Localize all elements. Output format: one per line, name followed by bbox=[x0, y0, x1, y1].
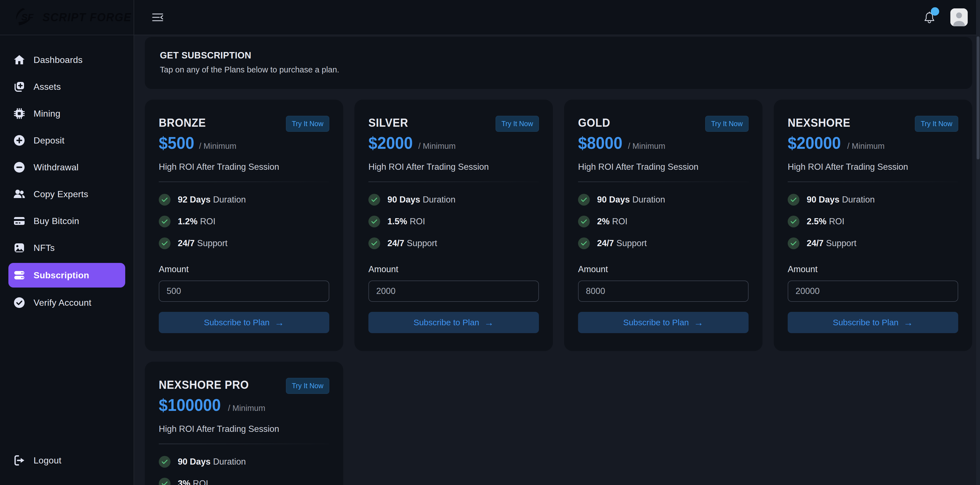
collapse-sidebar-button[interactable] bbox=[152, 13, 164, 22]
sidebar-item-copy-experts[interactable]: Copy Experts bbox=[0, 181, 134, 207]
plan-feature: 24/7Support bbox=[368, 238, 539, 249]
sidebar-item-verify-account[interactable]: Verify Account bbox=[0, 289, 134, 316]
plan-feature: 24/7Support bbox=[578, 238, 749, 249]
sidebar-item-nfts[interactable]: NFTs bbox=[0, 235, 134, 261]
plan-tagline: High ROI After Trading Session bbox=[578, 162, 749, 172]
plan-feature: 92 DaysDuration bbox=[159, 194, 329, 206]
amount-section: Amount Subscribe to Plan → bbox=[368, 249, 539, 333]
check-icon bbox=[159, 215, 170, 227]
plan-price-row: $2000 / Minimum bbox=[368, 134, 539, 152]
page-subtitle: Tap on any of the Plans below to purchas… bbox=[160, 65, 957, 74]
check-icon bbox=[788, 238, 799, 249]
sidebar-item-label: Buy Bitcoin bbox=[33, 216, 79, 226]
check-icon bbox=[788, 215, 799, 227]
try-it-now-button[interactable]: Try It Now bbox=[286, 116, 329, 132]
try-it-now-button[interactable]: Try It Now bbox=[286, 378, 329, 394]
subscribe-button[interactable]: Subscribe to Plan → bbox=[368, 312, 539, 333]
subscribe-button-label: Subscribe to Plan bbox=[414, 318, 479, 327]
amount-section: Amount Subscribe to Plan → bbox=[788, 249, 958, 333]
subscription-intro-panel: GET SUBSCRIPTION Tap on any of the Plans… bbox=[145, 37, 972, 89]
subscribe-button[interactable]: Subscribe to Plan → bbox=[159, 312, 329, 333]
scrollbar-thumb[interactable] bbox=[977, 37, 980, 160]
try-it-now-button[interactable]: Try It Now bbox=[705, 116, 749, 132]
amount-input[interactable] bbox=[788, 281, 958, 302]
brand-logo-icon: SF bbox=[14, 7, 38, 28]
sidebar-item-label: Assets bbox=[33, 82, 61, 92]
sidebar-item-deposit[interactable]: Deposit bbox=[0, 127, 134, 154]
amount-input[interactable] bbox=[159, 281, 329, 302]
plans-grid: BRONZE Try It Now $500 / Minimum High RO… bbox=[145, 100, 972, 485]
plan-tagline: High ROI After Trading Session bbox=[788, 162, 958, 172]
plan-header: SILVER Try It Now bbox=[368, 116, 539, 132]
feature-text: 90 DaysDuration bbox=[387, 195, 455, 205]
subscribe-button-label: Subscribe to Plan bbox=[833, 318, 898, 327]
users-icon bbox=[13, 188, 26, 201]
sidebar-item-label: Withdrawal bbox=[33, 162, 78, 172]
feature-text: 3%ROI bbox=[178, 479, 208, 485]
sidebar-nav: Dashboards Assets bbox=[0, 35, 134, 485]
main-area: GET SUBSCRIPTION Tap on any of the Plans… bbox=[134, 0, 980, 485]
subscribe-button[interactable]: Subscribe to Plan → bbox=[578, 312, 749, 333]
feature-text: 1.2%ROI bbox=[178, 217, 215, 227]
notifications-button[interactable] bbox=[923, 11, 936, 24]
user-avatar[interactable] bbox=[950, 8, 968, 26]
check-icon bbox=[578, 215, 590, 227]
chip-icon bbox=[13, 107, 26, 120]
minus-circle-icon bbox=[13, 161, 26, 174]
sidebar-item-mining[interactable]: Mining bbox=[0, 100, 134, 127]
sidebar-item-assets[interactable]: Assets bbox=[0, 73, 134, 100]
sidebar-item-label: Verify Account bbox=[33, 298, 91, 308]
sidebar-item-label: Mining bbox=[33, 108, 60, 119]
plan-name: GOLD bbox=[578, 116, 610, 129]
sidebar-item-logout[interactable]: Logout bbox=[0, 447, 134, 474]
amount-label: Amount bbox=[578, 264, 749, 274]
feature-text: 1.5%ROI bbox=[387, 217, 425, 227]
amount-section: Amount Subscribe to Plan → bbox=[159, 249, 329, 333]
arrow-right-icon: → bbox=[275, 318, 284, 327]
scrollbar-track bbox=[976, 0, 980, 485]
divider bbox=[578, 182, 749, 182]
amount-input[interactable] bbox=[578, 281, 749, 302]
plan-features: 90 DaysDuration 3%ROI bbox=[159, 456, 329, 485]
plan-price-suffix: / Minimum bbox=[418, 142, 456, 151]
plan-card: NEXSHORE PRO Try It Now $100000 / Minimu… bbox=[145, 362, 343, 485]
plan-name: SILVER bbox=[368, 116, 408, 129]
plan-feature: 24/7Support bbox=[159, 238, 329, 249]
arrow-right-icon: → bbox=[484, 318, 494, 327]
brand-logo[interactable]: SF SCRIPT FORGE bbox=[0, 0, 134, 35]
sidebar-item-subscription[interactable]: Subscription bbox=[8, 263, 125, 287]
plan-feature: 3%ROI bbox=[159, 478, 329, 485]
sidebar-item-dashboards[interactable]: Dashboards bbox=[0, 46, 134, 73]
sidebar-item-withdrawal[interactable]: Withdrawal bbox=[0, 154, 134, 181]
check-circle-icon bbox=[13, 296, 26, 309]
plan-header: BRONZE Try It Now bbox=[159, 116, 329, 132]
amount-section: Amount Subscribe to Plan → bbox=[578, 249, 749, 333]
sidebar-item-label: Dashboards bbox=[33, 55, 83, 65]
amount-input[interactable] bbox=[368, 281, 539, 302]
sidebar-item-label: Deposit bbox=[33, 136, 65, 146]
try-it-now-button[interactable]: Try It Now bbox=[915, 116, 958, 132]
sidebar-item-buy-bitcoin[interactable]: Buy Bitcoin bbox=[0, 207, 134, 235]
plan-card: SILVER Try It Now $2000 / Minimum High R… bbox=[355, 100, 553, 351]
check-icon bbox=[788, 194, 799, 206]
plan-card: GOLD Try It Now $8000 / Minimum High ROI… bbox=[564, 100, 762, 351]
feature-text: 24/7Support bbox=[597, 238, 647, 248]
divider bbox=[788, 182, 958, 182]
arrow-right-icon: → bbox=[694, 318, 703, 327]
subscribe-button-label: Subscribe to Plan bbox=[204, 318, 269, 327]
plan-feature: 90 DaysDuration bbox=[578, 194, 749, 206]
subscribe-button[interactable]: Subscribe to Plan → bbox=[788, 312, 958, 333]
sidebar-item-label: Logout bbox=[33, 455, 62, 466]
plus-circle-icon bbox=[13, 134, 26, 147]
divider bbox=[368, 182, 539, 182]
divider bbox=[159, 182, 329, 182]
logout-icon bbox=[13, 454, 26, 467]
plan-card: NEXSHORE Try It Now $20000 / Minimum Hig… bbox=[774, 100, 972, 351]
plan-feature: 24/7Support bbox=[788, 238, 958, 249]
amount-label: Amount bbox=[788, 264, 958, 274]
try-it-now-button[interactable]: Try It Now bbox=[496, 116, 539, 132]
plan-price: $20000 bbox=[788, 134, 841, 152]
check-icon bbox=[159, 238, 170, 249]
plan-features: 90 DaysDuration 1.5%ROI 24/7Support bbox=[368, 194, 539, 249]
check-icon bbox=[159, 194, 170, 206]
